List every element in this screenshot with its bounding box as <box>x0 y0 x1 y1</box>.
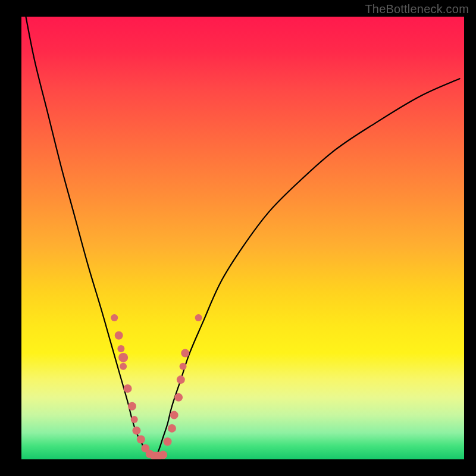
curve-layer <box>26 17 459 459</box>
scatter-dot <box>174 393 183 402</box>
chart-frame: TheBottleneck.com <box>0 0 476 476</box>
scatter-dot <box>168 424 176 433</box>
scatter-dot <box>115 331 123 340</box>
scatter-dot <box>177 375 185 384</box>
chart-svg <box>21 17 464 459</box>
scatter-dot <box>118 353 128 362</box>
series-left-curve <box>26 17 154 459</box>
watermark-text: TheBottleneck.com <box>365 2 469 16</box>
scatter-dot <box>181 349 189 357</box>
scatter-dot <box>137 436 145 444</box>
scatter-dot <box>124 384 132 393</box>
scatter-dot <box>159 451 167 459</box>
scatter-dot <box>128 402 136 411</box>
scatter-dot <box>195 314 202 321</box>
scatter-dot <box>180 363 187 370</box>
scatter-dot <box>132 427 140 435</box>
scatter-dot <box>111 314 118 321</box>
scatter-layer <box>111 314 202 459</box>
scatter-dot <box>170 411 178 419</box>
scatter-dot <box>164 437 172 446</box>
scatter-dot <box>120 363 127 370</box>
series-right-curve <box>154 79 459 459</box>
chart-plot-area <box>21 17 464 459</box>
scatter-dot <box>131 416 138 423</box>
scatter-dot <box>117 345 124 352</box>
